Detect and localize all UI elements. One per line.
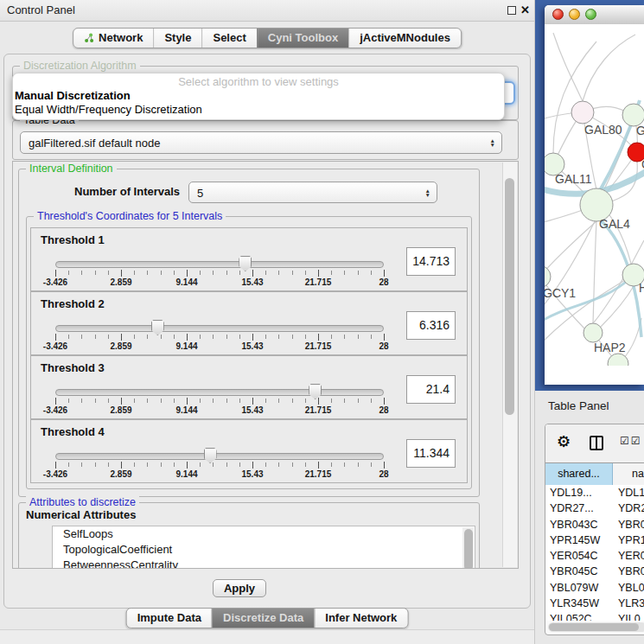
dropdown-option-equal-width[interactable]: Equal Width/Frequency Discretization — [13, 103, 504, 117]
network-window-titlebar[interactable] — [545, 5, 644, 25]
graph-node[interactable] — [571, 101, 594, 124]
cell-name[interactable]: YBL0 — [613, 580, 644, 596]
cell-name[interactable]: YBR0 — [613, 517, 644, 532]
cell-name[interactable]: YER0 — [613, 548, 644, 564]
slider-thumb[interactable] — [239, 256, 252, 271]
table-row[interactable]: YBR043CYBR0 — [545, 517, 644, 532]
cell-shared-name[interactable]: YDR27... — [545, 501, 613, 516]
attribute-list-item[interactable]: BetweennessCentrality — [53, 558, 475, 569]
combo-stepper-icon: ▲▼ — [425, 188, 430, 197]
slider-thumb[interactable] — [204, 448, 217, 463]
apply-button[interactable]: Apply — [213, 579, 266, 597]
network-graph: GAL80GACGAL11GAL4GCY1HHAP2 — [545, 24, 644, 366]
table-row[interactable]: YBR045CYBR0 — [545, 564, 644, 579]
graph-edge[interactable] — [583, 35, 635, 101]
slider-track[interactable] — [55, 325, 384, 332]
cell-shared-name[interactable]: YBR043C — [545, 517, 613, 532]
list-scrollbar[interactable] — [462, 527, 474, 569]
slider-major-tick — [318, 270, 319, 277]
float-window-icon[interactable] — [507, 6, 516, 15]
tab-cyni-toolbox[interactable]: Cyni Toolbox — [257, 29, 348, 48]
list-scrollbar-thumb[interactable] — [464, 529, 473, 569]
cell-name[interactable]: YDL1 — [613, 485, 644, 501]
tab-jactivemnodules[interactable]: jActiveMNodules — [348, 29, 461, 48]
tab-style[interactable]: Style — [153, 29, 201, 48]
cell-shared-name[interactable]: YIL052C — [545, 611, 613, 621]
gear-icon[interactable]: ⚙ — [557, 432, 571, 451]
attribute-list-item[interactable]: TopologicalCoefficient — [53, 542, 475, 558]
threshold-value-field[interactable]: 6.316 — [406, 311, 456, 340]
attribute-list-item[interactable]: SelfLoops — [53, 526, 475, 542]
graph-edge[interactable] — [545, 221, 596, 277]
table-header-row: shared... na — [545, 462, 644, 486]
slider-track[interactable] — [55, 261, 384, 268]
graph-edge[interactable] — [545, 277, 584, 328]
tab-network[interactable]: Network — [73, 29, 153, 48]
algorithm-group-title: Discretization Algorithm — [20, 60, 140, 72]
slider-tick-label: 21.715 — [305, 469, 332, 479]
slider-thumb[interactable] — [309, 384, 322, 399]
network-canvas[interactable]: GAL80GACGAL11GAL4GCY1HHAP2 — [545, 24, 644, 366]
threshold-slider[interactable]: -3.4262.8599.14415.4321.71528 — [55, 256, 384, 287]
table-scrollbar-thumb[interactable] — [549, 623, 639, 631]
window-minimize-button[interactable] — [569, 9, 580, 20]
threshold-slider[interactable]: -3.4262.8599.14415.4321.71528 — [55, 384, 384, 415]
tab-infer-network[interactable]: Infer Network — [314, 609, 407, 628]
table-row[interactable]: YBL079WYBL0 — [545, 580, 644, 596]
column-header-shared-name[interactable]: shared... — [545, 463, 613, 485]
graph-edge[interactable] — [593, 221, 596, 323]
table-row[interactable]: YPR145WYPR1 — [545, 532, 644, 548]
slider-tick-label: 9.144 — [175, 277, 197, 287]
control-panel: Control Panel ✕ Network Style Select Cyn… — [0, 0, 535, 644]
network-window[interactable]: GAL80GACGAL11GAL4GCY1HHAP2 — [545, 5, 644, 385]
window-zoom-button[interactable] — [585, 9, 596, 20]
cell-name[interactable]: YBR0 — [613, 564, 644, 579]
cell-name[interactable]: YPR1 — [613, 532, 644, 548]
checkbox-icons[interactable]: ☑☑ — [620, 435, 642, 447]
cell-shared-name[interactable]: YLR345W — [545, 596, 613, 611]
slider-tick-label: 2.859 — [110, 469, 131, 479]
tab-discretize-data[interactable]: Discretize Data — [212, 609, 314, 628]
threshold-value-field[interactable]: 14.713 — [406, 247, 456, 276]
slider-major-tick — [318, 398, 319, 405]
table-row[interactable]: YER054CYER0 — [545, 548, 644, 564]
table-horizontal-scrollbar[interactable] — [548, 622, 644, 632]
combo-stepper-icon: ▲▼ — [490, 138, 495, 147]
settings-scrollbar-thumb[interactable] — [505, 178, 514, 415]
table-row[interactable]: YDR27...YDR2 — [545, 501, 644, 516]
table-data-combobox[interactable]: galFiltered.sif default node ▲▼ — [20, 131, 502, 154]
cell-shared-name[interactable]: YBL079W — [545, 580, 613, 596]
table-row[interactable]: YIL052CYIL0 — [545, 611, 644, 621]
graph-edge[interactable] — [553, 33, 583, 101]
table-row[interactable]: YDL19...YDL1 — [545, 485, 644, 501]
close-icon[interactable]: ✕ — [520, 3, 530, 16]
cell-name[interactable]: YLR3 — [613, 596, 644, 611]
slider-track[interactable] — [55, 389, 384, 396]
threshold-slider[interactable]: -3.4262.8599.14415.4321.71528 — [55, 320, 384, 351]
threshold-slider[interactable]: -3.4262.8599.14415.4321.71528 — [55, 448, 384, 479]
split-columns-icon[interactable] — [590, 436, 603, 450]
column-header-name[interactable]: na — [613, 463, 644, 485]
settings-scrollbar[interactable] — [502, 163, 517, 567]
threshold-value-field[interactable]: 11.344 — [406, 439, 456, 468]
tab-select[interactable]: Select — [201, 29, 256, 48]
numerical-attributes-list[interactable]: SelfLoopsTopologicalCoefficientBetweenne… — [52, 526, 475, 569]
graph-node[interactable] — [545, 265, 551, 288]
window-close-button[interactable] — [552, 9, 564, 20]
slider-thumb[interactable] — [151, 320, 164, 335]
cell-shared-name[interactable]: YBR045C — [545, 564, 613, 579]
cell-shared-name[interactable]: YPR145W — [545, 532, 613, 548]
threshold-value-field[interactable]: 21.4 — [406, 375, 456, 404]
cell-shared-name[interactable]: YDL19... — [545, 485, 613, 501]
dropdown-option-manual[interactable]: Manual Discretization — [13, 89, 504, 103]
tab-impute-data[interactable]: Impute Data — [127, 609, 212, 628]
graph-node[interactable] — [583, 323, 603, 342]
cell-name[interactable]: YIL0 — [613, 611, 644, 621]
number-of-intervals-combobox[interactable]: 5 ▲▼ — [188, 182, 437, 203]
slider-major-tick — [252, 398, 253, 405]
slider-major-tick — [55, 462, 56, 469]
table-row[interactable]: YLR345WYLR3 — [545, 596, 644, 611]
slider-track[interactable] — [55, 453, 384, 460]
cell-name[interactable]: YDR2 — [613, 501, 644, 516]
cell-shared-name[interactable]: YER054C — [545, 548, 613, 564]
